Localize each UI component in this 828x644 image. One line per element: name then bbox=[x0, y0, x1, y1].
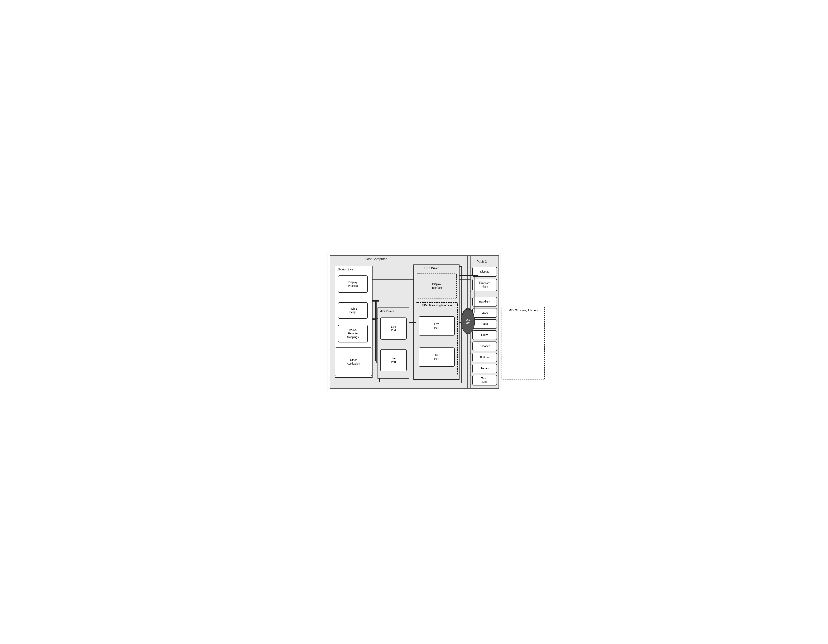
ableton-label-2: Ableton Live bbox=[337, 268, 353, 271]
usb-liveport-main: Live Port bbox=[419, 316, 455, 336]
p2s-label: Push 2 Script bbox=[349, 307, 357, 314]
usb20-main: USB2.0 bbox=[461, 309, 475, 334]
usb20-main-label: USB2.0 bbox=[466, 319, 470, 324]
erps-push2: ERPs bbox=[472, 330, 497, 340]
touchstrip-push2: Touch Strip bbox=[472, 375, 497, 385]
tm-label: Tracks/ Remote Mappings bbox=[347, 328, 359, 339]
firmware-push2: Firmware Flash bbox=[472, 279, 497, 291]
midi-liveport-main: Live Port bbox=[380, 317, 407, 339]
midi-streaming-outer bbox=[502, 307, 545, 380]
host-label: Host Computer bbox=[365, 257, 387, 261]
erps-push2-label: ERPs bbox=[481, 333, 488, 337]
usb-driver-main-label: USB Driver bbox=[424, 266, 439, 270]
pedals-push2-label: Pedals bbox=[481, 367, 489, 370]
midi-userport-main: User Port bbox=[380, 349, 407, 371]
p2s-box: Push 2 Script bbox=[338, 302, 368, 319]
dp-box: Display Process bbox=[338, 275, 368, 293]
display-iface-main-label: Display Interface bbox=[431, 282, 442, 289]
midi-streaming-main-label: MIDI Streaming Interface bbox=[418, 304, 456, 307]
midi-streaming-label: MIDI Streaming Interface bbox=[503, 308, 544, 312]
usb-userport-main: User Port bbox=[419, 347, 455, 367]
display-push2-label: Display bbox=[480, 270, 489, 273]
midi-userport-main-label: User Port bbox=[390, 357, 396, 364]
encoder-push2: Encoder bbox=[472, 341, 497, 351]
other-app-main: Other Application bbox=[335, 347, 372, 376]
display-iface-main: Display Interface bbox=[417, 273, 456, 298]
backlight-push2: Backlight bbox=[472, 297, 497, 306]
midi-liveport-main-label: Live Port bbox=[391, 325, 396, 332]
encoder-push2-label: Encoder bbox=[480, 344, 490, 348]
leds-push2-label: LEDs bbox=[481, 311, 488, 314]
leds-push2: LEDs bbox=[472, 308, 497, 318]
display-push2: Display bbox=[472, 267, 497, 277]
touchstrip-push2-label: Touch Strip bbox=[481, 377, 488, 383]
pads-push2-label: Pads bbox=[481, 322, 488, 325]
midi-driver-main: MIDI Driver Live Port User Port bbox=[378, 308, 409, 379]
usb-driver-main: USB Driver Display Interface MIDI Stream… bbox=[413, 264, 459, 380]
firmware-push2-label: Firmware Flash bbox=[479, 281, 490, 288]
buttons-push2-label: Buttons bbox=[480, 355, 489, 359]
midi-driver-main-label: MIDI Driver bbox=[380, 309, 394, 313]
backlight-push2-label: Backlight bbox=[479, 300, 490, 303]
dp-label: Display Process bbox=[348, 280, 358, 287]
pedals-push2: Pedals bbox=[472, 364, 497, 373]
pads-push2: Pads bbox=[472, 319, 497, 329]
tm-box: Tracks/ Remote Mappings bbox=[338, 325, 368, 342]
other-app-main-label: Other Application bbox=[347, 358, 360, 365]
usb-liveport-main-label: Live Port bbox=[434, 322, 439, 329]
buttons-push2: Buttons bbox=[472, 353, 497, 362]
push2-main-label: Push 2 bbox=[477, 260, 487, 264]
diagram-wrapper: Host Computer Ableton Live Display Proce… bbox=[328, 253, 500, 391]
usb-userport-main-label: User Port bbox=[434, 353, 439, 360]
